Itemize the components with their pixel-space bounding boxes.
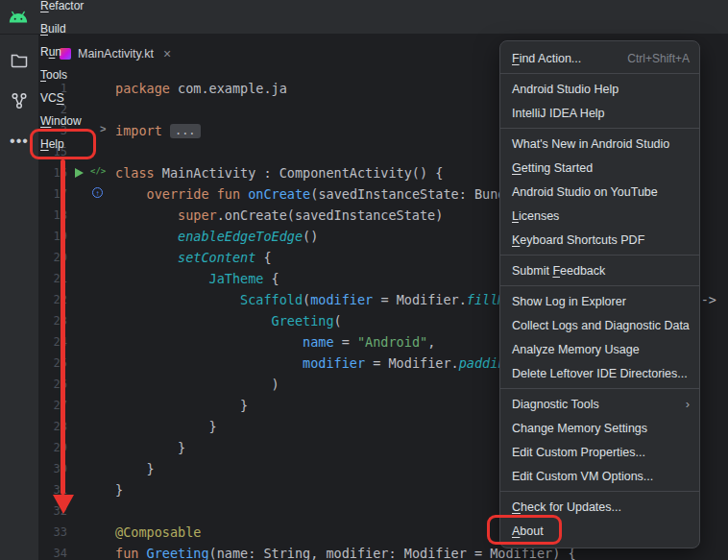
line-number: 29 — [38, 441, 67, 454]
android-studio-logo-icon — [9, 11, 28, 24]
line-number: 17 — [38, 187, 67, 201]
menu-item-label: Analyze Memory Usage — [512, 343, 640, 356]
menu-item-submit-feedback[interactable]: Submit Feedback — [500, 258, 699, 282]
gutter — [67, 479, 115, 500]
menu-item-check-for-updates[interactable]: Check for Updates... — [500, 495, 699, 519]
line-number: 33 — [38, 525, 67, 539]
code-text: ) — [115, 374, 279, 395]
line-number: 21 — [38, 272, 67, 285]
line-number: 28 — [38, 420, 67, 433]
line-number: 18 — [38, 208, 67, 222]
menu-item-collect-logs-and-diagnostic-data[interactable]: Collect Logs and Diagnostic Data — [500, 313, 699, 337]
line-number: 25 — [38, 356, 67, 370]
menu-item-licenses[interactable]: Licenses — [500, 204, 699, 228]
menu-item-delete-leftover-ide-directories[interactable]: Delete Leftover IDE Directories... — [500, 361, 699, 385]
menu-item-label: Getting Started — [512, 161, 593, 175]
code-text: class MainActivity : ComponentActivity()… — [115, 162, 443, 183]
tool-window-stripe: ••• — [0, 35, 38, 560]
line-number: 19 — [38, 230, 67, 243]
menu-item-intellij-idea-help[interactable]: IntelliJ IDEA Help — [500, 101, 699, 125]
code-text: super.onCreate(savedInstanceState) — [115, 205, 443, 226]
line-number: 20 — [38, 251, 67, 264]
menu-run[interactable]: Run — [35, 40, 91, 63]
gutter — [67, 289, 115, 310]
code-text: } — [115, 416, 217, 437]
line-number: 31 — [38, 483, 67, 497]
submenu-arrow-icon: › — [686, 397, 690, 411]
menu-item-what-s-new-in-android-studio[interactable]: What's New in Android Studio — [500, 132, 699, 156]
project-folder-icon[interactable] — [9, 50, 30, 71]
line-number: 16 — [38, 166, 67, 180]
code-text: import ... — [115, 120, 201, 141]
run-icon[interactable] — [75, 168, 84, 178]
line-number: 27 — [38, 399, 67, 412]
help-menu-popup: Find Action...Ctrl+Shift+AAndroid Studio… — [499, 40, 700, 548]
menu-help[interactable]: Help — [35, 133, 91, 156]
override-method-icon[interactable]: ↑ — [92, 187, 103, 198]
gutter — [67, 331, 115, 353]
structure-icon[interactable] — [9, 90, 30, 111]
menu-item-diagnostic-tools[interactable]: Diagnostic Tools› — [500, 392, 699, 416]
code-text: } — [115, 395, 248, 416]
menu-separator — [500, 255, 699, 256]
menu-item-label: Keyboard Shortcuts PDF — [512, 233, 644, 247]
gutter — [67, 395, 115, 416]
menu-item-label: Android Studio Help — [512, 83, 619, 96]
tab-close-icon[interactable]: × — [163, 48, 171, 60]
line-number: 32 — [38, 504, 67, 518]
menu-separator — [500, 491, 699, 492]
menu-tools[interactable]: Tools — [35, 63, 91, 86]
code-text: package com.example.ja — [115, 78, 287, 99]
menu-build[interactable]: Build — [35, 17, 91, 40]
gutter — [67, 247, 115, 268]
gutter — [67, 374, 115, 395]
gutter: ↑ — [67, 183, 115, 205]
code-text: setContent { — [115, 247, 272, 268]
menu-vcs[interactable]: VCS — [35, 86, 91, 110]
menu-separator — [500, 285, 699, 286]
menu-item-label: Change Memory Settings — [512, 422, 647, 435]
code-text: override fun onCreate(savedInstanceState… — [115, 183, 552, 205]
menu-item-android-studio-help[interactable]: Android Studio Help — [500, 77, 699, 101]
menu-item-edit-custom-properties[interactable]: Edit Custom Properties... — [500, 440, 699, 464]
gutter — [67, 310, 115, 331]
menu-item-label: What's New in Android Studio — [512, 137, 669, 151]
line-number: 26 — [38, 377, 67, 391]
menu-item-find-action[interactable]: Find Action...Ctrl+Shift+A — [500, 46, 699, 70]
menu-item-edit-custom-vm-options[interactable]: Edit Custom VM Options... — [500, 464, 699, 488]
more-tool-windows-icon[interactable]: ••• — [9, 131, 30, 152]
menu-window[interactable]: Window — [35, 110, 91, 133]
code-text: Greeting( — [115, 310, 342, 331]
menu-item-label: Licenses — [512, 209, 559, 223]
menu-item-show-log-in-explorer[interactable]: Show Log in Explorer — [500, 289, 699, 313]
code-text: } — [115, 479, 123, 500]
menu-item-change-memory-settings[interactable]: Change Memory Settings — [500, 416, 699, 440]
menu-separator — [500, 128, 699, 129]
menu-item-keyboard-shortcuts-pdf[interactable]: Keyboard Shortcuts PDF — [500, 228, 699, 252]
gutter — [67, 416, 115, 437]
gutter — [67, 268, 115, 289]
menu-item-label: About — [512, 524, 544, 538]
menu-item-analyze-memory-usage[interactable]: Analyze Memory Usage — [500, 337, 699, 361]
gutter — [67, 543, 115, 560]
gutter — [67, 458, 115, 479]
code-text: JaTheme { — [115, 268, 279, 289]
run-test-icon[interactable]: </> — [90, 166, 106, 176]
menu-separator — [500, 73, 699, 74]
menu-item-label: Check for Updates... — [512, 500, 621, 514]
fold-chevron-icon[interactable]: > — [100, 123, 106, 134]
line-number: 30 — [38, 462, 67, 475]
menu-item-android-studio-on-youtube[interactable]: Android Studio on YouTube — [500, 180, 699, 204]
android-studio-window: FileEditViewNavigateCodeRefactorBuildRun… — [0, 0, 728, 560]
menu-item-label: Android Studio on YouTube — [512, 185, 658, 199]
menu-item-label: Edit Custom Properties... — [512, 446, 645, 459]
code-text: enableEdgeToEdge() — [115, 226, 318, 247]
menu-item-about[interactable]: About — [500, 519, 699, 543]
line-number: 22 — [38, 293, 67, 306]
line-number: 23 — [38, 314, 67, 328]
code-text: } — [115, 437, 185, 458]
menu-item-getting-started[interactable]: Getting Started — [500, 156, 699, 180]
menu-refactor[interactable]: Refactor — [35, 0, 91, 17]
gutter — [67, 522, 115, 543]
folded-imports-chip[interactable]: ... — [170, 124, 201, 138]
